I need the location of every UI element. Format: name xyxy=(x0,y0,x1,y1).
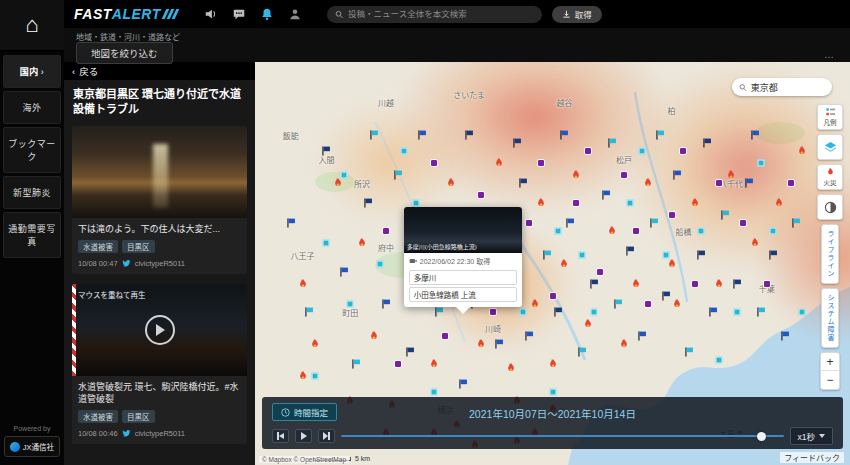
report-flag-marker[interactable] xyxy=(755,306,766,317)
report-flag-marker[interactable] xyxy=(404,347,415,358)
camera-marker[interactable] xyxy=(668,211,676,219)
news-card[interactable]: 下は滝のよう。下の住人は大変だ... 水道被害 目黒区 10/08 00:47 … xyxy=(72,126,247,274)
camera-marker[interactable] xyxy=(679,147,687,155)
camera-marker[interactable] xyxy=(537,159,545,167)
sensor-marker[interactable] xyxy=(626,200,633,207)
camera-marker[interactable] xyxy=(394,360,402,368)
fire-marker[interactable] xyxy=(630,278,642,290)
camera-marker[interactable] xyxy=(763,280,771,288)
camera-marker[interactable] xyxy=(549,292,557,300)
report-flag-marker[interactable] xyxy=(601,189,612,200)
map-popup[interactable]: 多摩川(小田急線路橋上流) 2022/06/02 22:30 取得 多摩川 小田… xyxy=(404,207,522,307)
sidebar-item-commute-photos[interactable]: 通勤需要写真 xyxy=(3,212,61,258)
sensor-marker[interactable] xyxy=(579,252,586,259)
chat-icon[interactable] xyxy=(231,6,247,22)
fire-marker[interactable] xyxy=(356,237,368,249)
fire-marker[interactable] xyxy=(725,169,737,181)
fire-marker[interactable] xyxy=(309,338,321,350)
playback-speed-select[interactable]: x1秒 xyxy=(790,427,833,445)
camera-marker[interactable] xyxy=(739,219,747,227)
map-search-input[interactable] xyxy=(751,82,825,92)
map-style-button[interactable] xyxy=(817,194,843,220)
camera-marker[interactable] xyxy=(477,191,485,199)
camera-marker[interactable] xyxy=(620,171,628,179)
report-flag-marker[interactable] xyxy=(458,379,469,390)
sidebar-item-domestic[interactable]: 国内› xyxy=(3,55,61,88)
report-flag-marker[interactable] xyxy=(511,137,522,148)
sensor-marker[interactable] xyxy=(519,308,526,315)
more-options-icon[interactable]: … xyxy=(824,49,836,60)
camera-marker[interactable] xyxy=(644,300,652,308)
back-button[interactable]: ‹ 戻る xyxy=(64,62,255,80)
camera-marker[interactable] xyxy=(715,179,723,187)
fire-marker[interactable] xyxy=(368,330,380,342)
sensor-marker[interactable] xyxy=(311,373,318,380)
fire-marker[interactable] xyxy=(445,177,457,189)
sidebar-item-overseas[interactable]: 海外 xyxy=(3,91,61,124)
sensor-marker[interactable] xyxy=(400,147,407,154)
sidebar-item-covid[interactable]: 新型肺炎 xyxy=(3,176,61,209)
fire-layer-button[interactable]: 火災 xyxy=(817,164,843,190)
report-flag-marker[interactable] xyxy=(351,359,362,370)
fire-marker[interactable] xyxy=(529,298,541,310)
fetch-button[interactable]: 取得 xyxy=(552,6,602,23)
report-flag-marker[interactable] xyxy=(779,331,790,342)
timeline-slider[interactable] xyxy=(341,430,784,442)
sensor-marker[interactable] xyxy=(430,389,437,396)
report-flag-marker[interactable] xyxy=(321,145,332,156)
sensor-marker[interactable] xyxy=(591,308,598,315)
brand-logo[interactable]: JX通信社 xyxy=(4,436,60,457)
camera-marker[interactable] xyxy=(382,227,390,235)
report-flag-marker[interactable] xyxy=(559,129,570,140)
report-flag-marker[interactable] xyxy=(672,169,683,180)
report-flag-marker[interactable] xyxy=(731,278,742,289)
home-button[interactable]: ⌂ xyxy=(0,0,64,52)
report-flag-marker[interactable] xyxy=(708,306,719,317)
sensor-marker[interactable] xyxy=(347,300,354,307)
fire-marker[interactable] xyxy=(493,157,505,169)
volume-icon[interactable] xyxy=(203,6,219,22)
news-video[interactable]: マウスを重ねて再生 xyxy=(72,284,247,376)
fire-marker[interactable] xyxy=(689,197,701,209)
sensor-marker[interactable] xyxy=(716,357,723,364)
fire-marker[interactable] xyxy=(773,197,785,209)
fire-marker[interactable] xyxy=(606,225,618,237)
report-flag-marker[interactable] xyxy=(684,347,695,358)
fastalert-logo[interactable]: FASTALERT xyxy=(74,6,177,22)
fire-marker[interactable] xyxy=(618,338,630,350)
report-flag-marker[interactable] xyxy=(791,218,802,229)
sensor-marker[interactable] xyxy=(638,147,645,154)
fire-marker[interactable] xyxy=(642,177,654,189)
report-flag-marker[interactable] xyxy=(493,339,504,350)
fire-marker[interactable] xyxy=(666,258,678,270)
fire-marker[interactable] xyxy=(796,145,808,157)
sidebar-item-bookmark[interactable]: ブックマーク xyxy=(3,127,61,173)
fire-marker[interactable] xyxy=(505,362,517,374)
camera-marker[interactable] xyxy=(489,308,497,316)
fire-marker[interactable] xyxy=(547,358,559,370)
camera-marker[interactable] xyxy=(632,227,640,235)
legend-button[interactable]: 凡例 xyxy=(817,104,843,130)
feedback-link[interactable]: フィードバック xyxy=(780,452,844,463)
play-button[interactable] xyxy=(295,429,312,443)
report-flag-marker[interactable] xyxy=(636,331,647,342)
sensor-marker[interactable] xyxy=(769,228,776,235)
report-flag-marker[interactable] xyxy=(767,250,778,261)
report-flag-marker[interactable] xyxy=(380,298,391,309)
camera-marker[interactable] xyxy=(787,179,795,187)
fire-marker[interactable] xyxy=(535,197,547,209)
report-flag-marker[interactable] xyxy=(339,266,350,277)
sensor-marker[interactable] xyxy=(733,308,740,315)
fire-marker[interactable] xyxy=(297,370,309,382)
fire-marker[interactable] xyxy=(428,358,440,370)
report-flag-marker[interactable] xyxy=(654,129,665,140)
zoom-out-button[interactable]: − xyxy=(821,371,839,389)
fire-marker[interactable] xyxy=(713,278,725,290)
layers-button[interactable] xyxy=(817,134,843,160)
zoom-in-button[interactable]: + xyxy=(821,353,839,371)
news-image[interactable] xyxy=(72,126,247,218)
report-flag-marker[interactable] xyxy=(541,250,552,261)
global-search-input[interactable] xyxy=(348,9,534,19)
report-flag-marker[interactable] xyxy=(392,169,403,180)
sensor-marker[interactable] xyxy=(412,200,419,207)
